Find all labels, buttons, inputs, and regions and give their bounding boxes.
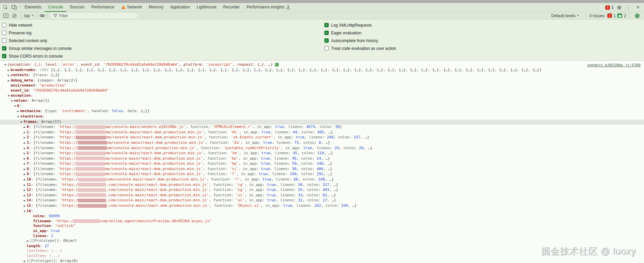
- checkbox-selected-context-only[interactable]: [2, 38, 6, 43]
- expand-arrow-icon[interactable]: ▶: [23, 167, 27, 172]
- tab-sources[interactable]: Sources: [66, 3, 88, 12]
- expand-arrow-icon[interactable]: ▶: [23, 198, 27, 203]
- expand-arrow-icon[interactable]: ▶: [23, 177, 27, 183]
- checkbox-log-xmlhttprequests[interactable]: ✓: [324, 23, 329, 27]
- token-p: , …}: [360, 135, 369, 139]
- tab-console[interactable]: Console: [45, 3, 66, 12]
- tab-lighthouse[interactable]: Lighthouse: [193, 3, 220, 12]
- clear-console-icon[interactable]: [10, 12, 19, 20]
- expand-arrow-icon[interactable]: ▶: [23, 162, 27, 167]
- device-toolbar-icon[interactable]: [10, 4, 18, 11]
- token-s: 'https:/: [60, 177, 78, 182]
- info-badge-icon[interactable]: i: [275, 63, 279, 67]
- expand-arrow-icon[interactable]: ▶: [23, 141, 27, 146]
- tab-memory[interactable]: Memory: [146, 3, 167, 12]
- divider: [37, 13, 38, 19]
- token-p: ,: [270, 130, 275, 134]
- issues-counter[interactable]: 3 Issues: ! 1 ▤ 2: [589, 13, 626, 18]
- token-k: 6: [27, 156, 29, 161]
- expand-arrow-icon[interactable]: ▶: [23, 130, 27, 135]
- checkbox-eager-evaluation[interactable]: ✓: [324, 31, 329, 35]
- collapse-arrow-icon[interactable]: ▼: [20, 120, 24, 125]
- expand-arrow-icon[interactable]: ▶: [23, 188, 27, 193]
- token-p: :: [302, 125, 306, 129]
- checkbox-autocomplete-from-history[interactable]: ✓: [324, 38, 329, 43]
- collapse-arrow-icon[interactable]: ▼: [7, 94, 11, 99]
- token-n: 46: [292, 156, 296, 161]
- console-settings-gear-icon-active[interactable]: [633, 12, 641, 20]
- token-k: colno: [33, 214, 44, 218]
- console-line-32: in_app: true: [0, 229, 644, 234]
- close-devtools-icon[interactable]: ×: [634, 4, 642, 11]
- token-k: stacktrace: [20, 114, 42, 119]
- expand-arrow-icon[interactable]: ▶: [23, 151, 27, 156]
- checkbox-show-cors-errors-in-console[interactable]: ✓: [2, 54, 6, 58]
- console-line-30: filename: "https:/com/online-agent/monit…: [0, 219, 644, 224]
- expand-arrow-icon[interactable]: ▶: [26, 239, 30, 244]
- source-location-link[interactable]: vendors.e202108e.js:5760: [587, 63, 641, 67]
- token-p: , …}: [363, 146, 373, 150]
- token-p: :: [53, 156, 58, 161]
- expand-arrow-icon[interactable]: ▶: [7, 78, 11, 84]
- tab-network[interactable]: Network: [118, 3, 146, 12]
- collapse-arrow-icon[interactable]: ▼: [3, 63, 7, 68]
- issue-error-icon: !: [607, 13, 612, 18]
- checkbox-preserve-log[interactable]: [2, 31, 6, 35]
- show-console-sidebar-icon[interactable]: [2, 12, 10, 20]
- token-p: :: [270, 125, 275, 129]
- token-kl: lineno: [276, 177, 289, 182]
- token-p: :: [227, 140, 232, 145]
- token-p: ,: [245, 188, 249, 192]
- log-levels-selector[interactable]: Default levels ▼: [549, 13, 582, 18]
- token-p: ,: [203, 156, 207, 161]
- expand-arrow-icon[interactable]: ▶: [23, 157, 27, 162]
- token-s: 'https:/: [60, 193, 78, 197]
- console-filter-input[interactable]: Filter: [50, 13, 138, 19]
- expand-arrow-icon[interactable]: ▶: [23, 125, 27, 130]
- checkbox-hide-network[interactable]: [2, 23, 6, 27]
- token-s: "f920508270cd4a91a5eb9a728d568a64": [33, 88, 109, 93]
- more-options-kebab-icon[interactable]: ⋮: [624, 4, 633, 10]
- token-p: :: [53, 135, 58, 139]
- expand-arrow-icon[interactable]: ▶: [23, 135, 27, 140]
- token-kl: lineno: [280, 188, 294, 192]
- checkbox-treat-code-evaluation-as-user-action[interactable]: [324, 46, 329, 51]
- expand-arrow-icon[interactable]: ▶: [23, 193, 27, 198]
- collapse-arrow-icon[interactable]: ▼: [16, 114, 20, 120]
- expand-arrow-icon[interactable]: ▶: [7, 68, 11, 73]
- context-selector[interactable]: top ▼: [22, 13, 37, 18]
- tab-recorder[interactable]: Recorder: [220, 3, 243, 12]
- checkbox-label: Preserve log: [9, 31, 31, 35]
- expand-arrow-icon[interactable]: ▶: [23, 146, 27, 151]
- checkbox-group-similar-messages-in-console[interactable]: ✓: [2, 46, 6, 51]
- tab-application[interactable]: Application: [167, 3, 193, 12]
- tab-performance-insights[interactable]: Performance insights: [243, 3, 293, 12]
- expand-arrow-icon[interactable]: ▶: [23, 183, 27, 188]
- token-p: ,: [299, 140, 303, 145]
- expand-arrow-icon[interactable]: ▶: [23, 204, 27, 209]
- checkbox-row-preserve-log: Preserve log: [2, 29, 72, 37]
- inspect-element-icon[interactable]: [1, 4, 9, 11]
- collapse-arrow-icon[interactable]: ▼: [10, 99, 14, 104]
- tab-performance[interactable]: Performance: [88, 3, 118, 12]
- expand-arrow-icon[interactable]: ▶: [23, 259, 27, 263]
- token-p: :: [53, 130, 58, 134]
- collapse-arrow-icon[interactable]: ▼: [23, 209, 27, 214]
- error-counter[interactable]: ! 1: [605, 5, 614, 10]
- tab-elements[interactable]: Elements: [21, 3, 45, 12]
- token-p: ,: [296, 161, 301, 166]
- expand-arrow-icon[interactable]: ▶: [16, 109, 20, 114]
- token-p: :: [256, 161, 261, 166]
- token-p: :: [294, 183, 298, 187]
- token-b: true: [267, 183, 276, 187]
- token-p: ,: [203, 172, 207, 176]
- settings-gear-icon[interactable]: [615, 4, 623, 11]
- token-kl: colno: [301, 167, 312, 171]
- token-p: : {: [29, 151, 36, 155]
- expand-arrow-icon[interactable]: ▶: [7, 73, 11, 78]
- console-line-3: ▶debug_meta: {images: Array(2)}: [0, 78, 644, 84]
- collapse-arrow-icon[interactable]: ▼: [13, 104, 17, 109]
- token-p: ,: [87, 109, 92, 113]
- expand-arrow-icon[interactable]: ▶: [23, 172, 27, 177]
- live-expression-eye-icon[interactable]: [38, 12, 46, 20]
